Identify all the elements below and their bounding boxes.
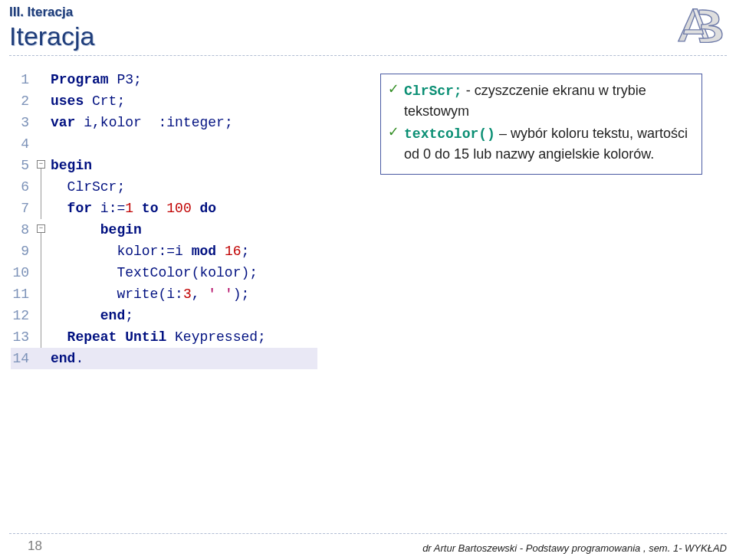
fold-gutter	[37, 90, 51, 112]
code-content: end.	[51, 348, 84, 369]
code-content: TextColor(kolor);	[51, 262, 258, 283]
fold-minus-icon[interactable]: −	[37, 224, 45, 233]
code-line: 12 end;	[11, 305, 317, 326]
code-content: begin	[51, 155, 92, 176]
code-line: 5−begin	[11, 155, 317, 176]
line-number: 14	[11, 348, 37, 369]
line-number: 12	[11, 305, 37, 326]
code-content: uses Crt;	[51, 90, 125, 112]
page-title: Iteracja	[9, 21, 95, 51]
fold-gutter: −	[37, 219, 51, 241]
ab-logo-icon	[673, 5, 725, 47]
line-number: 2	[11, 90, 37, 112]
code-line: 11 write(i:3, ' ');	[11, 283, 317, 305]
info-box: ✓ClrScr; - czyszczenie ekranu w trybie t…	[380, 74, 702, 175]
info-text: textcolor() – wybór koloru tekstu, warto…	[404, 123, 694, 165]
code-line: 9 kolor:=i mod 16;	[11, 241, 317, 262]
fold-gutter	[37, 305, 51, 326]
code-content: begin	[51, 219, 142, 241]
info-item: ✓textcolor() – wybór koloru tekstu, wart…	[389, 123, 694, 165]
code-line: 7 for i:=1 to 100 do	[11, 198, 317, 219]
line-number: 11	[11, 283, 37, 305]
fold-gutter	[37, 262, 51, 283]
info-item: ✓ClrScr; - czyszczenie ekranu w trybie t…	[389, 80, 694, 122]
fold-gutter	[37, 348, 51, 369]
line-number: 4	[11, 133, 37, 155]
fold-gutter	[37, 241, 51, 262]
line-number: 6	[11, 176, 37, 198]
code-line: 1Program P3;	[11, 69, 317, 90]
code-content: Program P3;	[51, 69, 142, 90]
fold-gutter	[37, 326, 51, 348]
code-content: Repeat Until Keypressed;	[51, 326, 266, 348]
code-line: 8− begin	[11, 219, 317, 241]
fold-minus-icon[interactable]: −	[37, 160, 45, 169]
code-line: 4	[11, 133, 317, 155]
code-line: 14end.	[11, 348, 317, 369]
fold-gutter	[37, 283, 51, 305]
line-number: 3	[11, 112, 37, 133]
code-content: for i:=1 to 100 do	[51, 198, 216, 219]
fold-gutter	[37, 133, 51, 155]
fold-gutter	[37, 198, 51, 219]
line-number: 10	[11, 262, 37, 283]
code-content: ClrScr;	[51, 176, 125, 198]
code-line: 3var i,kolor :integer;	[11, 112, 317, 133]
divider-top	[9, 55, 727, 56]
fold-gutter	[37, 176, 51, 198]
line-number: 1	[11, 69, 37, 90]
code-line: 6 ClrScr;	[11, 176, 317, 198]
code-line: 2uses Crt;	[11, 90, 317, 112]
fold-gutter	[37, 69, 51, 90]
code-content: var i,kolor :integer;	[51, 112, 233, 133]
code-line: 10 TextColor(kolor);	[11, 262, 317, 283]
code-line: 13 Repeat Until Keypressed;	[11, 326, 317, 348]
fold-gutter	[37, 112, 51, 133]
divider-bottom	[9, 533, 727, 534]
check-icon: ✓	[389, 80, 398, 99]
line-number: 5	[11, 155, 37, 176]
code-editor: 1Program P3;2uses Crt;3var i,kolor :inte…	[11, 69, 317, 369]
code-content: write(i:3, ' ');	[51, 283, 249, 305]
code-content: end;	[51, 305, 133, 326]
fold-gutter: −	[37, 155, 51, 176]
line-number: 9	[11, 241, 37, 262]
line-number: 7	[11, 198, 37, 219]
line-number: 13	[11, 326, 37, 348]
code-content: kolor:=i mod 16;	[51, 241, 249, 262]
page-number: 18	[28, 539, 42, 554]
info-text: ClrScr; - czyszczenie ekranu w trybie te…	[404, 80, 694, 122]
check-icon: ✓	[389, 123, 398, 142]
footer-credit: dr Artur Bartoszewski - Podstawy program…	[422, 542, 727, 554]
line-number: 8	[11, 219, 37, 241]
breadcrumb: III. Iteracja	[9, 5, 73, 20]
